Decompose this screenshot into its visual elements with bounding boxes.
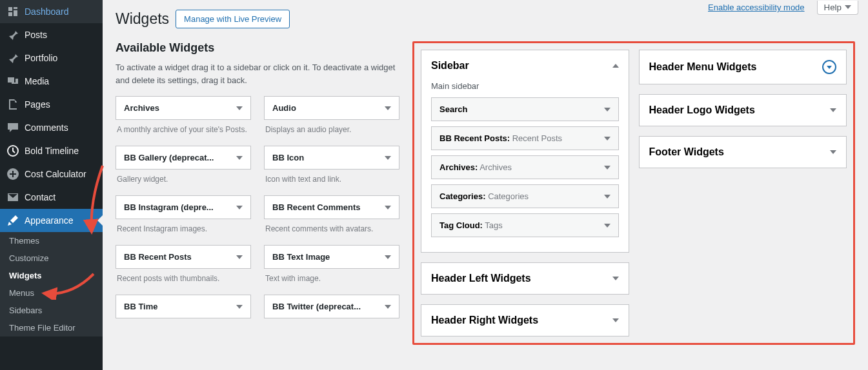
chevron-up-icon xyxy=(612,64,619,68)
submenu-menus[interactable]: Menus xyxy=(0,284,103,302)
panel-header[interactable]: Header Menu Widgets xyxy=(640,50,847,84)
chevron-down-icon xyxy=(385,156,391,160)
panel-body: Main sidebar SearchBB Recent Posts: Rece… xyxy=(421,81,629,252)
menu-contact[interactable]: Contact xyxy=(0,186,103,209)
placed-widget-label: Tag Cloud: Tags xyxy=(439,220,503,230)
menu-media[interactable]: Media xyxy=(0,70,103,93)
panel-header[interactable]: Footer Widgets xyxy=(640,137,847,168)
chevron-down-icon xyxy=(830,150,836,154)
menu-label: Media xyxy=(25,76,49,86)
sidebar-area-header-left[interactable]: Header Left Widgets xyxy=(421,262,629,295)
menu-comments[interactable]: Comments xyxy=(0,116,103,139)
menu-dashboard[interactable]: Dashboard xyxy=(0,0,103,23)
submenu-customize[interactable]: Customize xyxy=(0,249,103,267)
widget-name: BB Gallery (deprecat... xyxy=(124,153,214,162)
available-widget: BB Recent CommentsRecent comments with a… xyxy=(264,195,399,239)
widget-box[interactable]: BB Instagram (depre... xyxy=(116,195,251,219)
clock-icon xyxy=(6,144,19,157)
available-widgets-title: Available Widgets xyxy=(116,41,399,55)
portfolio-icon xyxy=(6,52,19,64)
placed-widget[interactable]: Search xyxy=(431,97,619,121)
widget-box[interactable]: BB Twitter (deprecat... xyxy=(264,295,399,318)
widget-description: Gallery widget. xyxy=(116,170,251,189)
panel-header[interactable]: Header Right Widgets xyxy=(421,305,629,336)
menu-label: Cost Calculator xyxy=(25,169,86,179)
widget-box[interactable]: Audio xyxy=(264,96,399,120)
menu-posts[interactable]: Posts xyxy=(0,23,103,46)
placed-widget[interactable]: Archives: Archives xyxy=(431,155,619,179)
chevron-down-icon xyxy=(385,206,391,209)
available-widget: ArchivesA monthly archive of your site's… xyxy=(116,96,251,139)
menu-cost-calculator[interactable]: Cost Calculator xyxy=(0,162,103,186)
available-widget: BB Recent PostsRecent posts with thumbna… xyxy=(116,245,251,288)
sidebar-area-main[interactable]: Sidebar Main sidebar SearchBB Recent Pos… xyxy=(421,50,629,253)
panel-title: Footer Widgets xyxy=(649,146,724,158)
sidebar-area-header-menu[interactable]: Header Menu Widgets xyxy=(639,50,847,84)
placed-widget-label: BB Recent Posts: Recent Posts xyxy=(439,133,562,143)
panel-title: Header Left Widgets xyxy=(431,273,531,284)
menu-label: Bold Timeline xyxy=(25,146,79,156)
chevron-down-icon xyxy=(604,166,611,170)
placed-widget-label: Categories: Categories xyxy=(439,191,529,201)
brush-icon xyxy=(6,214,19,227)
chevron-down-icon xyxy=(612,318,619,322)
widget-box[interactable]: BB Text Image xyxy=(264,245,399,269)
manage-live-preview-button[interactable]: Manage with Live Preview xyxy=(176,10,290,28)
submenu-sidebars[interactable]: Sidebars xyxy=(0,302,103,319)
submenu-themes[interactable]: Themes xyxy=(0,232,103,249)
submenu-theme-file-editor[interactable]: Theme File Editor xyxy=(0,319,103,336)
widget-name: BB Instagram (depre... xyxy=(124,202,214,212)
panel-header[interactable]: Sidebar xyxy=(421,50,629,81)
help-tab[interactable]: Help xyxy=(817,1,858,15)
menu-label: Contact xyxy=(25,192,56,202)
widget-box[interactable]: BB Recent Comments xyxy=(264,195,399,219)
widget-box[interactable]: BB Time xyxy=(116,295,251,318)
available-widget: BB Gallery (deprecat...Gallery widget. xyxy=(116,146,251,189)
chevron-down-icon xyxy=(604,137,611,141)
help-label: Help xyxy=(824,3,842,12)
content-area: Enable accessibility mode Help Widgets M… xyxy=(103,0,868,370)
menu-label: Portfolio xyxy=(25,53,57,63)
screen-meta: Enable accessibility mode Help xyxy=(705,0,858,15)
chevron-down-icon xyxy=(236,305,243,309)
menu-portfolio[interactable]: Portfolio xyxy=(0,46,103,70)
widget-name: BB Recent Comments xyxy=(272,202,361,212)
widget-box[interactable]: Archives xyxy=(116,96,251,120)
menu-label: Pages xyxy=(25,99,50,110)
placed-widget[interactable]: BB Recent Posts: Recent Posts xyxy=(431,126,619,150)
widget-box[interactable]: BB Gallery (deprecat... xyxy=(116,146,251,170)
sidebar-areas-right: Header Menu Widgets Header Logo Widgets … xyxy=(639,50,847,336)
sidebar-areas: Sidebar Main sidebar SearchBB Recent Pos… xyxy=(412,41,855,345)
placed-widget[interactable]: Tag Cloud: Tags xyxy=(431,213,619,237)
chevron-down-icon xyxy=(845,5,851,9)
sidebar-area-footer[interactable]: Footer Widgets xyxy=(639,136,847,168)
widget-description: Displays an audio player. xyxy=(264,120,399,139)
widget-name: BB Recent Posts xyxy=(124,252,192,262)
sidebar-area-header-right[interactable]: Header Right Widgets xyxy=(421,304,629,336)
sidebar-area-header-logo[interactable]: Header Logo Widgets xyxy=(639,94,847,126)
sidebar-areas-left: Sidebar Main sidebar SearchBB Recent Pos… xyxy=(421,50,629,336)
widget-description xyxy=(116,318,251,338)
panel-header[interactable]: Header Left Widgets xyxy=(421,263,629,294)
panel-title: Sidebar xyxy=(431,60,469,72)
widget-box[interactable]: BB Icon xyxy=(264,146,399,170)
chevron-down-icon xyxy=(612,277,619,280)
chevron-circle-icon xyxy=(822,60,836,74)
widget-description: Recent Instagram images. xyxy=(116,219,251,239)
menu-pages[interactable]: Pages xyxy=(0,93,103,116)
accessibility-link[interactable]: Enable accessibility mode xyxy=(705,0,807,15)
plus-icon xyxy=(6,168,19,180)
widgets-layout: Available Widgets To activate a widget d… xyxy=(103,28,868,358)
submenu-widgets[interactable]: Widgets xyxy=(0,267,103,284)
menu-label: Posts xyxy=(25,30,47,40)
available-widgets-col: Available Widgets To activate a widget d… xyxy=(116,41,412,345)
panel-header[interactable]: Header Logo Widgets xyxy=(640,95,847,126)
menu-bold-timeline[interactable]: Bold Timeline xyxy=(0,139,103,162)
menu-appearance[interactable]: Appearance xyxy=(0,209,103,232)
available-widget: BB Instagram (depre...Recent Instagram i… xyxy=(116,195,251,239)
menu-label: Dashboard xyxy=(25,6,69,17)
available-widgets-grid: ArchivesA monthly archive of your site's… xyxy=(116,96,399,338)
placed-widget[interactable]: Categories: Categories xyxy=(431,184,619,208)
widget-box[interactable]: BB Recent Posts xyxy=(116,245,251,269)
widget-name: Audio xyxy=(272,103,296,113)
